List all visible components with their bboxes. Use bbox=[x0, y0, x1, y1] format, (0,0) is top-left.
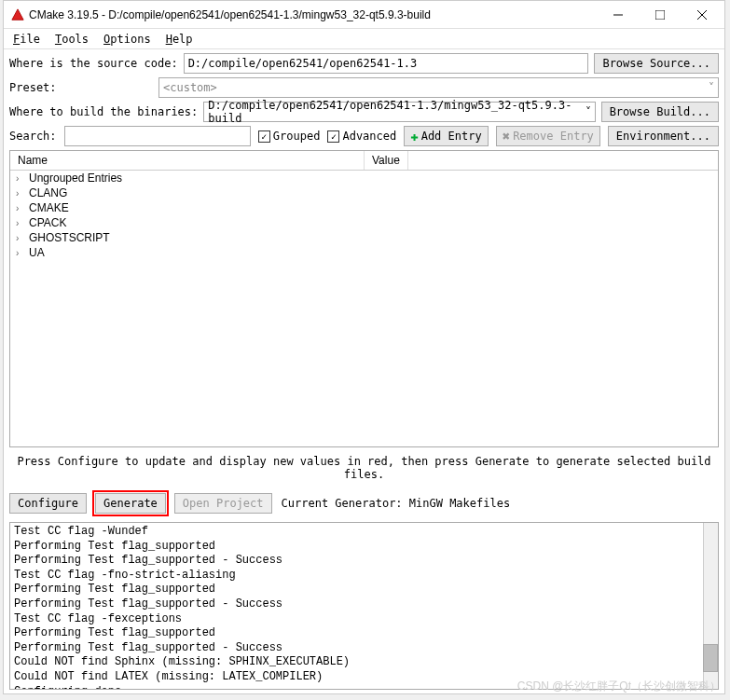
preset-combo[interactable]: <custom> ˅ bbox=[158, 77, 719, 98]
col-name[interactable]: Name bbox=[10, 151, 365, 170]
col-value[interactable]: Value bbox=[365, 151, 408, 170]
tree-item[interactable]: ›GHOSTSCRIPT bbox=[10, 230, 718, 245]
browse-build-button[interactable]: Browse Build... bbox=[601, 102, 719, 122]
chevron-right-icon: › bbox=[16, 233, 25, 243]
chevron-right-icon: › bbox=[16, 188, 25, 199]
watermark: CSDN @长沙红胖子Qt（长沙创微智科） bbox=[517, 679, 721, 694]
tree-item[interactable]: ›CPACK bbox=[10, 215, 718, 230]
chevron-right-icon: › bbox=[16, 218, 25, 228]
remove-entry-button: ✖Remove Entry bbox=[496, 126, 600, 146]
chevron-down-icon: ˅ bbox=[585, 105, 591, 118]
chevron-right-icon: › bbox=[16, 248, 25, 258]
plus-icon: ✚ bbox=[410, 129, 418, 144]
title-text: CMake 3.19.5 - D:/compile/open62541/open… bbox=[29, 8, 597, 21]
open-project-button: Open Project bbox=[174, 493, 272, 514]
build-label: Where to build the binaries: bbox=[9, 105, 198, 118]
build-combo[interactable]: D:/compile/open62541/open62541-1.3/mingw… bbox=[203, 102, 595, 122]
generate-button[interactable]: Generate bbox=[95, 493, 166, 514]
menu-file[interactable]: File bbox=[9, 31, 44, 48]
browse-source-button[interactable]: Browse Source... bbox=[594, 53, 719, 74]
menu-options[interactable]: Options bbox=[100, 31, 155, 48]
menubar: File Tools Options Help bbox=[4, 29, 724, 49]
minimize-button[interactable] bbox=[597, 2, 639, 28]
chevron-down-icon: ˅ bbox=[709, 81, 714, 94]
menu-help[interactable]: Help bbox=[162, 31, 197, 48]
chevron-right-icon: › bbox=[16, 173, 25, 184]
grouped-checkbox[interactable]: ✓Grouped bbox=[258, 130, 321, 143]
options-tree[interactable]: Name Value ›Ungrouped Entries›CLANG›CMAK… bbox=[9, 150, 719, 447]
source-label: Where is the source code: bbox=[9, 57, 178, 70]
app-icon bbox=[11, 8, 24, 21]
environment-button[interactable]: Environment... bbox=[608, 126, 719, 146]
source-input[interactable] bbox=[184, 53, 589, 74]
search-label: Search: bbox=[9, 130, 57, 143]
tree-item[interactable]: ›UA bbox=[10, 245, 718, 260]
main-window: CMake 3.19.5 - D:/compile/open62541/open… bbox=[3, 0, 725, 694]
svg-marker-0 bbox=[12, 8, 23, 19]
generate-highlight: Generate bbox=[92, 490, 169, 516]
titlebar: CMake 3.19.5 - D:/compile/open62541/open… bbox=[4, 1, 724, 29]
chevron-right-icon: › bbox=[16, 203, 25, 213]
svg-rect-2 bbox=[655, 10, 665, 20]
search-input[interactable] bbox=[64, 126, 251, 146]
close-button[interactable] bbox=[681, 2, 723, 28]
maximize-button[interactable] bbox=[639, 2, 681, 28]
minus-icon: ✖ bbox=[503, 129, 510, 144]
tree-item[interactable]: ›CLANG bbox=[10, 185, 718, 200]
menu-tools[interactable]: Tools bbox=[51, 31, 92, 48]
advanced-checkbox[interactable]: ✓Advanced bbox=[327, 130, 396, 143]
scrollbar[interactable] bbox=[703, 523, 718, 689]
hint-text: Press Configure to update and display ne… bbox=[9, 451, 719, 485]
scroll-thumb[interactable] bbox=[703, 644, 718, 672]
tree-item[interactable]: ›CMAKE bbox=[10, 200, 718, 215]
output-log[interactable]: Test CC flag -Wundef Performing Test fla… bbox=[9, 522, 719, 690]
preset-label: Preset: bbox=[9, 81, 153, 94]
generator-text: Current Generator: MinGW Makefiles bbox=[278, 497, 511, 510]
configure-button[interactable]: Configure bbox=[9, 493, 87, 514]
add-entry-button[interactable]: ✚Add Entry bbox=[404, 126, 488, 146]
tree-item[interactable]: ›Ungrouped Entries bbox=[10, 171, 718, 185]
